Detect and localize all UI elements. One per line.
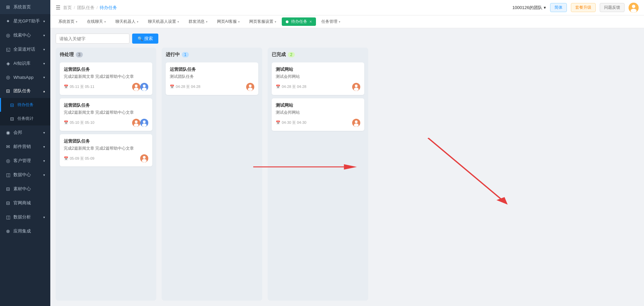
home-icon: ⊞ bbox=[5, 4, 11, 10]
sidebar-item-huibang[interactable]: ◉ 会邦 ▾ bbox=[0, 125, 50, 140]
tab-web-ai[interactable]: 网页AI客服 ▾ bbox=[213, 17, 244, 26]
tab-chevron-icon: ▾ bbox=[339, 20, 340, 23]
team-selector[interactable]: 1000126的团队 ▾ bbox=[512, 5, 546, 11]
language-button[interactable]: 简体 bbox=[550, 3, 567, 12]
header: ☰ 首页 / 团队任务 / 待办任务 1000126的团队 ▾ 简体 套餐升级 … bbox=[50, 0, 644, 15]
task-title: 运营团队任务 bbox=[64, 66, 148, 72]
sidebar-item-label: AI知识库 bbox=[13, 60, 31, 66]
tab-label: 任务管理 bbox=[321, 19, 337, 24]
menu-icon[interactable]: ☰ bbox=[56, 4, 60, 11]
task-date: 📅 05-10 至 05-10 bbox=[64, 120, 94, 125]
task-card[interactable]: 运营团队任务 完成2篇新闻文章 完成2篇帮助中心文章 📅 05-09 至 05-… bbox=[60, 134, 152, 167]
sidebar-item-label: 应用集成 bbox=[13, 228, 31, 234]
task-avatars bbox=[352, 83, 360, 91]
sidebar-item-data[interactable]: ◫ 数据中心 ▾ bbox=[0, 168, 50, 182]
search-button[interactable]: 🔍 搜索 bbox=[132, 34, 158, 44]
tab-label: 待办任务 bbox=[291, 19, 307, 24]
breadcrumb-team[interactable]: 团队任务 bbox=[77, 5, 95, 11]
sidebar-item-material[interactable]: ⊟ 素材中心 bbox=[0, 182, 50, 196]
website-icon: ⊟ bbox=[5, 200, 11, 206]
tab-label: 网页AI客服 bbox=[217, 19, 237, 24]
task-card[interactable]: 测试网站 测试会邦网站 📅 04-28 至 04-28 bbox=[272, 62, 364, 95]
ai-icon: ◈ bbox=[5, 61, 11, 66]
svg-point-8 bbox=[142, 88, 147, 91]
tab-group-msg[interactable]: 群发消息 ▾ bbox=[184, 17, 212, 26]
calendar-icon: 📅 bbox=[64, 120, 68, 125]
sidebar-item-home[interactable]: ⊞ 系统首页 bbox=[0, 0, 50, 14]
breadcrumb: 首页 / 团队任务 / 待办任务 bbox=[63, 5, 509, 11]
sidebar-item-label: 星光GPT助手 bbox=[13, 18, 40, 24]
sidebar-item-analysis[interactable]: ◫ 数据分析 ▾ bbox=[0, 210, 50, 224]
main-area: ☰ 首页 / 团队任务 / 待办任务 1000126的团队 ▾ 简体 套餐升级 … bbox=[50, 0, 644, 306]
material-icon: ⊟ bbox=[5, 186, 11, 192]
column-title: 进行中 bbox=[166, 52, 180, 58]
feedback-button[interactable]: 问题反馈 bbox=[600, 3, 625, 12]
task-footer: 📅 05-10 至 05-10 bbox=[64, 119, 148, 127]
tab-close-icon[interactable]: ✕ bbox=[309, 20, 312, 23]
sidebar-item-integration[interactable]: ⊗ 应用集成 bbox=[0, 224, 50, 238]
task-desc: 完成2篇新闻文章 完成2篇帮助中心文章 bbox=[64, 110, 148, 115]
svg-point-16 bbox=[143, 156, 146, 159]
tab-task-mgmt[interactable]: 任务管理 ▾ bbox=[317, 17, 344, 26]
task-card[interactable]: 运营团队任务 测试团队任务 📅 04-28 至 04-28 bbox=[166, 62, 258, 95]
sidebar-item-label: WhatsApp bbox=[13, 75, 34, 80]
sidebar-item-stats[interactable]: ⊟ 任务统计 bbox=[0, 112, 50, 125]
email-icon: ✉ bbox=[5, 144, 11, 149]
sidebar-item-team[interactable]: ⊟ 团队任务 ▴ bbox=[0, 84, 50, 98]
sidebar-item-email[interactable]: ✉ 邮件营销 ▾ bbox=[0, 140, 50, 154]
tab-chat[interactable]: 在线聊天 ▾ bbox=[83, 17, 110, 26]
tab-chevron-icon: ▾ bbox=[206, 20, 208, 23]
column-header-inprogress: 进行中 1 bbox=[166, 52, 258, 58]
svg-line-30 bbox=[428, 138, 506, 203]
sidebar-item-website[interactable]: ⊟ 官网商城 bbox=[0, 196, 50, 210]
sidebar-item-customer[interactable]: ◎ 客户管理 ▾ bbox=[0, 154, 50, 168]
tab-system[interactable]: 系统首页 ▾ bbox=[54, 17, 82, 26]
task-footer: 📅 04-28 至 04-28 bbox=[170, 83, 254, 91]
tab-label: 在线聊天 bbox=[87, 19, 103, 24]
whatsapp-icon: ◎ bbox=[5, 74, 11, 80]
team-name: 1000126的团队 bbox=[512, 5, 542, 11]
task-card[interactable]: 运营团队任务 完成2篇新闻文章 完成2篇帮助中心文章 📅 05-11 至 05-… bbox=[60, 62, 152, 95]
svg-point-23 bbox=[354, 88, 359, 91]
task-card[interactable]: 测试网站 测试会邦网站 📅 04-30 至 04-30 bbox=[272, 98, 364, 131]
breadcrumb-home[interactable]: 首页 bbox=[63, 5, 72, 11]
sidebar-item-omni[interactable]: ◱ 全渠道对话 ▾ bbox=[0, 42, 50, 56]
tab-chatbot-settings[interactable]: 聊天机器人设置 ▾ bbox=[144, 17, 183, 26]
customer-icon: ◎ bbox=[5, 158, 11, 163]
kanban-column-pending: 待处理 3 运营团队任务 完成2篇新闻文章 完成2篇帮助中心文章 📅 05-11… bbox=[56, 48, 156, 301]
chevron-icon: ▾ bbox=[43, 62, 45, 65]
upgrade-button[interactable]: 套餐升级 bbox=[571, 3, 596, 12]
sidebar-item-gpt[interactable]: ✦ 星光GPT助手 ▾ bbox=[0, 14, 50, 28]
sidebar-item-label: 官网商城 bbox=[13, 200, 31, 206]
tab-pending[interactable]: 待办任务 ✕ bbox=[282, 17, 316, 26]
sidebar-item-leads[interactable]: ◎ 线索中心 ▾ bbox=[0, 28, 50, 42]
kanban-board: 待处理 3 运营团队任务 完成2篇新闻文章 完成2篇帮助中心文章 📅 05-11… bbox=[56, 48, 639, 301]
tab-web-settings[interactable]: 网页客服设置 ▾ bbox=[245, 17, 280, 26]
sidebar-item-pending[interactable]: ⊟ 待办任务 bbox=[0, 98, 50, 112]
sidebar-item-whatsapp[interactable]: ◎ WhatsApp ▾ bbox=[0, 70, 50, 84]
sidebar-item-label: 团队任务 bbox=[13, 88, 31, 94]
sidebar-item-ai[interactable]: ◈ AI知识库 ▾ bbox=[0, 56, 50, 70]
task-title: 运营团队任务 bbox=[64, 138, 148, 144]
sidebar-item-label: 线索中心 bbox=[13, 32, 31, 38]
avatar bbox=[132, 83, 140, 91]
sidebar: ⊞ 系统首页 ✦ 星光GPT助手 ▾ ◎ 线索中心 ▾ ◱ 全渠道对话 ▾ ◈ … bbox=[0, 0, 50, 306]
sidebar-item-label: 客户管理 bbox=[13, 158, 31, 164]
user-avatar[interactable] bbox=[629, 3, 639, 13]
task-avatars bbox=[132, 119, 148, 127]
avatar bbox=[246, 83, 254, 91]
breadcrumb-sep1: / bbox=[74, 5, 75, 10]
tab-chevron-icon: ▾ bbox=[76, 20, 77, 23]
tab-label: 群发消息 bbox=[189, 19, 205, 24]
search-input[interactable] bbox=[56, 34, 129, 44]
task-card[interactable]: 运营团队任务 完成2篇新闻文章 完成2篇帮助中心文章 📅 05-10 至 05-… bbox=[60, 98, 152, 131]
tab-label: 聊天机器人设置 bbox=[148, 19, 176, 24]
leads-icon: ◎ bbox=[5, 33, 11, 38]
task-date: 📅 05-11 至 05-11 bbox=[64, 84, 94, 89]
svg-point-1 bbox=[632, 5, 635, 8]
tab-chevron-icon: ▾ bbox=[104, 20, 106, 23]
tab-chatbot[interactable]: 聊天机器人 ▾ bbox=[111, 17, 143, 26]
calendar-icon: 📅 bbox=[64, 156, 68, 161]
task-avatars bbox=[140, 154, 148, 162]
calendar-icon: 📅 bbox=[64, 85, 68, 89]
